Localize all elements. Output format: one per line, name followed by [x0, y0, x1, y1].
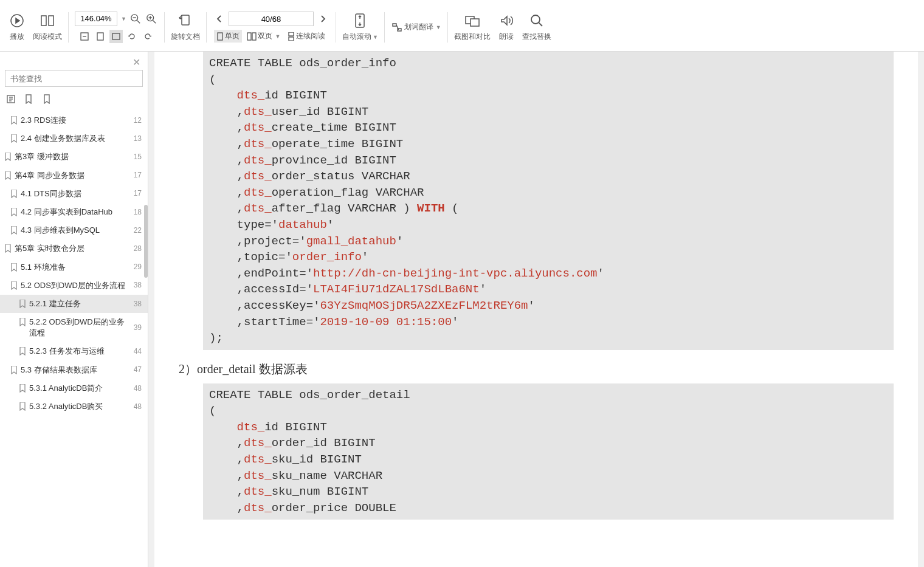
single-page-label: 单页: [225, 31, 240, 41]
svg-rect-8: [247, 33, 251, 40]
code-block-1: CREATE TABLE ods_order_info ( dts_id BIG…: [203, 52, 894, 350]
double-page-button[interactable]: 双页 ▼: [244, 30, 283, 43]
read-aloud-label: 朗读: [499, 32, 514, 42]
read-mode-label: 阅读模式: [33, 32, 62, 42]
svg-rect-9: [252, 33, 256, 40]
screenshot-label: 截图和对比: [454, 32, 491, 42]
bookmark-search-input[interactable]: [5, 70, 143, 87]
translate-label: 划词翻译: [404, 22, 433, 32]
page-input[interactable]: [229, 12, 314, 26]
read-aloud-group[interactable]: 朗读: [494, 3, 519, 51]
tree-item-page: 22: [134, 225, 142, 236]
fit-width-icon[interactable]: [78, 30, 91, 43]
rotate-ccw-icon[interactable]: [125, 30, 139, 43]
fit-actual-icon[interactable]: [109, 30, 123, 43]
svg-rect-10: [289, 32, 294, 36]
tree-item[interactable]: 2.3 RDS连接12: [0, 111, 148, 129]
auto-scroll-icon: [351, 12, 368, 29]
svg-point-15: [531, 15, 540, 24]
tree-item-page: 28: [134, 244, 142, 254]
auto-scroll-group[interactable]: 自动滚动▼: [339, 3, 382, 51]
play-label: 播放: [10, 32, 24, 42]
tree-item-page: 18: [134, 207, 142, 218]
tree-item-label: 5.1 环境准备: [21, 262, 66, 273]
tree-item-page: 38: [134, 280, 142, 290]
rotate-doc-group[interactable]: 旋转文档: [167, 3, 204, 51]
svg-rect-14: [471, 19, 479, 26]
chevron-down-icon[interactable]: ▼: [121, 16, 126, 22]
outline-icon[interactable]: [6, 94, 17, 105]
code-block-2: CREATE TABLE ods_order_detail ( dts_id B…: [203, 383, 894, 520]
tree-item-label: 5.3.2 AnalyticDB购买: [29, 401, 103, 412]
tree-item-page: 17: [134, 170, 142, 180]
tree-item[interactable]: 5.3 存储结果表数据库47: [0, 361, 148, 379]
next-page-icon[interactable]: [316, 12, 329, 26]
tree-item-label: 5.3 存储结果表数据库: [21, 365, 97, 376]
tree-item[interactable]: 5.3.2 AnalyticDB购买48: [0, 397, 148, 416]
zoom-input[interactable]: [75, 12, 117, 26]
tree-item-page: 15: [134, 152, 142, 162]
sidebar-tabs: [0, 92, 148, 108]
tree-item-label: 4.2 同步事实表到DataHub: [21, 207, 112, 218]
document-view[interactable]: CREATE TABLE ods_order_info ( dts_id BIG…: [148, 52, 924, 567]
play-group[interactable]: 播放: [5, 3, 29, 51]
zoom-in-icon[interactable]: [145, 12, 158, 26]
rotate-cw-icon[interactable]: [141, 30, 154, 43]
rotate-doc-icon: [177, 12, 194, 29]
tree-item[interactable]: 5.1 环境准备29: [0, 258, 148, 277]
tree-item[interactable]: 4.3 同步维表到MySQL22: [0, 221, 148, 239]
tree-item-page: 44: [134, 346, 142, 357]
tree-item[interactable]: 4.2 同步事实表到DataHub18: [0, 203, 148, 221]
tree-item-label: 4.1 DTS同步数据: [21, 188, 81, 199]
read-mode-group[interactable]: 阅读模式: [29, 3, 66, 51]
bookmark-outline-icon[interactable]: [43, 94, 53, 105]
tree-item-label: 5.3.1 AnalyticDB简介: [29, 383, 103, 394]
tree-item-page: 38: [134, 299, 142, 309]
tree-item-label: 第4章 同步业务数据: [15, 170, 84, 181]
tree-item-page: 48: [134, 383, 142, 394]
close-icon[interactable]: ✕: [133, 57, 140, 68]
svg-rect-7: [218, 33, 222, 40]
tree-item-label: 第5章 实时数仓分层: [15, 243, 84, 254]
tree-item-page: 48: [134, 402, 142, 412]
zoom-out-icon[interactable]: [129, 12, 142, 26]
find-replace-group[interactable]: 查找替换: [519, 3, 555, 51]
double-page-label: 双页: [258, 31, 272, 41]
tree-item-label: 5.2.2 ODS到DWD层的业务流程: [29, 317, 130, 338]
tree-item[interactable]: 第5章 实时数仓分层28: [0, 239, 148, 258]
continuous-label: 连续阅读: [296, 31, 325, 41]
svg-rect-5: [112, 33, 120, 40]
single-page-button[interactable]: 单页: [214, 30, 242, 43]
bookmark-icon[interactable]: [24, 94, 35, 105]
tree-item[interactable]: 5.2 ODS到DWD层的业务流程38: [0, 277, 148, 295]
screenshot-group[interactable]: 截图和对比: [450, 3, 494, 51]
prev-page-icon[interactable]: [213, 12, 226, 26]
toolbar: 播放 阅读模式 ▼ 旋转文档: [0, 3, 924, 52]
tree-item-label: 第3章 缓冲数据: [15, 151, 69, 162]
bookmark-tree: 2.3 RDS连接122.4 创建业务数据库及表13第3章 缓冲数据15第4章 …: [0, 108, 148, 567]
tree-item-page: 17: [134, 188, 142, 199]
tree-item[interactable]: 5.3.1 AnalyticDB简介48: [0, 379, 148, 397]
book-icon: [39, 12, 56, 29]
svg-rect-11: [289, 37, 294, 41]
translate-group[interactable]: 划词翻译 ▼: [387, 3, 445, 51]
tree-item[interactable]: 第4章 同步业务数据17: [0, 167, 148, 185]
tree-item-label: 5.2.3 任务发布与运维: [29, 346, 105, 357]
tree-item-label: 4.3 同步维表到MySQL: [21, 225, 100, 236]
tree-item-label: 2.3 RDS连接: [21, 115, 66, 126]
page: CREATE TABLE ods_order_info ( dts_id BIG…: [154, 52, 918, 567]
continuous-button[interactable]: 连续阅读: [285, 30, 328, 43]
screenshot-icon: [464, 12, 481, 29]
scrollbar-thumb[interactable]: [144, 205, 148, 278]
fit-page-icon[interactable]: [94, 30, 107, 43]
tree-item[interactable]: 5.2.1 建立任务38: [0, 295, 148, 313]
tree-item-label: 5.2 ODS到DWD层的业务流程: [21, 280, 125, 291]
tree-item[interactable]: 2.4 创建业务数据库及表13: [0, 129, 148, 148]
tree-item-page: 47: [134, 365, 142, 375]
tree-item-page: 39: [134, 323, 142, 333]
tree-item[interactable]: 4.1 DTS同步数据17: [0, 185, 148, 203]
tree-item[interactable]: 5.2.3 任务发布与运维44: [0, 342, 148, 360]
tree-item[interactable]: 5.2.2 ODS到DWD层的业务流程39: [0, 313, 148, 342]
tree-item[interactable]: 第3章 缓冲数据15: [0, 148, 148, 166]
rotate-doc-label: 旋转文档: [171, 32, 200, 42]
